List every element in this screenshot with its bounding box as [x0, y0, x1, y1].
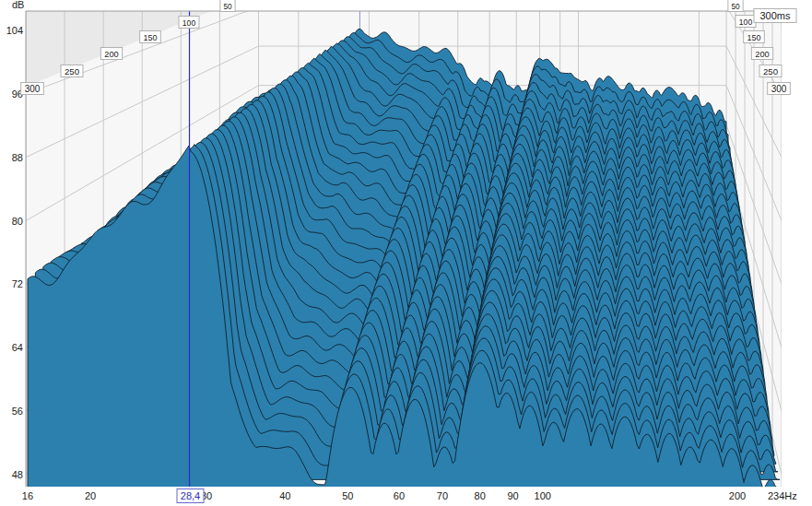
x-tick-label: 100: [535, 490, 551, 501]
y-tick-label: 48: [12, 469, 23, 480]
x-tick-label: 70: [437, 490, 448, 501]
time-tick-label-left: 100: [182, 18, 196, 28]
waterfall-chart: dB10496888072645648162030405060708090100…: [0, 0, 812, 506]
x-tick-label: 50: [342, 490, 353, 501]
x-tick-label: 40: [279, 490, 290, 501]
time-tick-label-left: 250: [65, 66, 79, 76]
time-tick-label-left: 200: [104, 50, 119, 59]
y-tick-label: 104: [6, 25, 23, 36]
time-tick-label-right: 200: [755, 50, 770, 59]
y-axis-title: dB: [12, 0, 24, 10]
y-tick-label: 80: [12, 216, 23, 227]
time-tick-label-left: 150: [144, 33, 158, 42]
x-tick-label: 60: [394, 490, 405, 501]
y-tick-label: 64: [12, 342, 23, 353]
x-tick-label: 200: [729, 490, 746, 501]
time-tick-label-right: 100: [739, 18, 753, 27]
x-tick-label: 90: [507, 490, 518, 501]
time-tick-label-left: 50: [223, 3, 232, 11]
x-tick-label: 16: [22, 490, 33, 501]
time-tick-label-left: 300: [25, 84, 41, 94]
cursor-readout-value: 28,4: [181, 490, 200, 501]
x-tick-label: 234Hz: [768, 490, 797, 501]
y-tick-label: 72: [12, 278, 23, 289]
rew-waterfall-panel: dB10496888072645648162030405060708090100…: [0, 0, 812, 506]
x-tick-label: 80: [475, 490, 486, 501]
y-tick-label: 88: [12, 152, 23, 163]
x-tick-label: 20: [85, 490, 96, 501]
y-tick-label: 56: [12, 406, 23, 417]
time-axis-title: 300ms: [759, 10, 791, 21]
time-tick-label-right: 300: [771, 84, 787, 94]
time-tick-label-right: 150: [747, 33, 761, 42]
time-tick-label-right: 250: [763, 66, 778, 76]
time-tick-label-right: 50: [731, 3, 740, 11]
